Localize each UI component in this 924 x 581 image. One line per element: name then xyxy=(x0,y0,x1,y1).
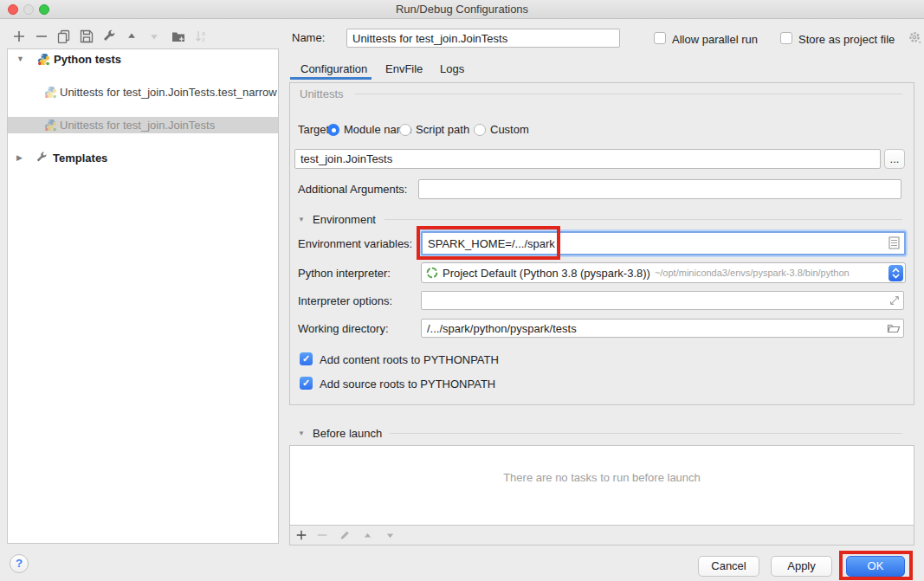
copy-configuration-button[interactable] xyxy=(55,28,73,45)
python-interpreter-label: Python interpreter: xyxy=(298,267,391,280)
module-name-input[interactable] xyxy=(294,149,881,169)
name-input[interactable] xyxy=(346,29,620,48)
environment-variables-label: Environment variables: xyxy=(298,237,412,250)
python-tests-icon xyxy=(37,53,50,68)
plus-icon xyxy=(295,529,307,541)
radio-custom-label: Custom xyxy=(490,123,529,136)
python-test-config-icon xyxy=(44,86,57,100)
tab-envfile[interactable]: EnvFile xyxy=(385,62,423,75)
help-button[interactable]: ? xyxy=(10,554,29,573)
pencil-icon xyxy=(339,529,351,541)
tree-item-jointests-selected[interactable]: Unittests for test_join.JoinTests xyxy=(8,117,278,133)
radio-script-path[interactable] xyxy=(399,124,411,136)
triangle-up-icon xyxy=(126,30,138,42)
copy-icon xyxy=(57,29,71,43)
tree-item-test-narrow[interactable]: Unittests for test_join.JoinTests.test_n… xyxy=(8,84,278,100)
gear-icon[interactable] xyxy=(908,30,923,48)
before-launch-empty-text: There are no tasks to run before launch xyxy=(503,471,701,484)
move-up-button[interactable] xyxy=(123,28,140,45)
interpreter-env-icon xyxy=(426,267,438,279)
tab-logs[interactable]: Logs xyxy=(440,62,464,75)
environment-section-title: Environment xyxy=(313,213,376,226)
triangle-down-icon xyxy=(384,530,396,541)
cancel-button[interactable]: Cancel xyxy=(698,556,759,577)
radio-custom[interactable] xyxy=(474,124,486,136)
additional-arguments-input[interactable] xyxy=(418,179,901,199)
svg-text:z: z xyxy=(202,36,205,42)
sort-az-icon: az xyxy=(194,29,208,43)
before-launch-section-title: Before launch xyxy=(313,427,382,440)
svg-text:a: a xyxy=(202,30,205,36)
templates-wrench-icon xyxy=(36,152,48,166)
minus-icon xyxy=(35,29,48,43)
environment-variables-input[interactable] xyxy=(423,233,904,254)
section-divider xyxy=(390,433,902,434)
add-task-button[interactable] xyxy=(293,526,310,544)
new-folder-button[interactable] xyxy=(170,28,187,45)
interpreter-path: ~/opt/miniconda3/envs/pyspark-3.8/bin/py… xyxy=(655,268,850,278)
tree-item-label: Unittests for test_join.JoinTests.test_n… xyxy=(60,84,277,100)
browse-module-button[interactable]: ... xyxy=(884,149,905,169)
working-directory-input[interactable] xyxy=(421,319,904,338)
tree-item-python-tests[interactable]: ▼ Python tests xyxy=(8,51,278,68)
chevron-right-icon[interactable]: ▶ xyxy=(16,150,23,166)
tree-item-label: Python tests xyxy=(54,51,121,68)
add-configuration-button[interactable] xyxy=(10,28,28,45)
minus-icon xyxy=(316,529,328,541)
apply-button[interactable]: Apply xyxy=(771,556,832,577)
move-task-down-button[interactable] xyxy=(381,526,398,544)
interpreter-options-input[interactable] xyxy=(421,291,904,310)
remove-configuration-button[interactable] xyxy=(33,28,50,45)
remove-task-button[interactable] xyxy=(313,526,331,544)
tab-configuration[interactable]: Configuration xyxy=(300,62,367,75)
section-divider xyxy=(384,219,902,220)
window-title: Run/Debug Configurations xyxy=(0,3,924,16)
save-icon xyxy=(80,29,94,43)
unittests-section-title: Unittests xyxy=(300,87,344,100)
edit-templates-button[interactable] xyxy=(100,28,118,45)
move-down-button[interactable] xyxy=(145,28,163,45)
interpreter-options-label: Interpreter options: xyxy=(298,294,392,307)
collapse-triangle-icon[interactable]: ▼ xyxy=(298,429,305,437)
before-launch-task-list[interactable]: There are no tasks to run before launch xyxy=(289,445,914,526)
collapse-triangle-icon[interactable]: ▼ xyxy=(298,216,305,223)
run-debug-configurations-dialog: Run/Debug Configurations az ▼ Python tes… xyxy=(0,0,924,581)
folder-icon[interactable] xyxy=(887,321,901,335)
wrench-icon xyxy=(102,29,116,43)
edit-task-button[interactable] xyxy=(336,526,353,544)
interpreter-value: Project Default (Python 3.8 (pyspark-3.8… xyxy=(443,267,650,280)
section-divider xyxy=(355,94,902,94)
active-tab-underline xyxy=(290,77,372,80)
add-source-roots-label: Add source roots to PYTHONPATH xyxy=(320,378,495,391)
python-interpreter-select[interactable]: Project Default (Python 3.8 (pyspark-3.8… xyxy=(421,262,906,283)
select-stepper-icon[interactable] xyxy=(888,265,903,281)
edit-variables-list-icon[interactable] xyxy=(888,236,900,249)
tree-item-templates[interactable]: ▶ Templates xyxy=(8,150,278,166)
allow-parallel-run-label: Allow parallel run xyxy=(672,33,758,46)
save-configuration-button[interactable] xyxy=(78,28,95,45)
folder-plus-icon xyxy=(171,29,185,43)
python-test-config-icon xyxy=(44,119,57,133)
environment-variables-field xyxy=(421,231,906,255)
title-bar: Run/Debug Configurations xyxy=(0,0,924,19)
chevron-down-icon[interactable]: ▼ xyxy=(16,51,24,68)
triangle-up-icon xyxy=(362,530,373,541)
store-as-project-file-checkbox[interactable] xyxy=(780,32,792,44)
additional-arguments-label: Additional Arguments: xyxy=(298,183,407,196)
name-label: Name: xyxy=(292,31,325,44)
sort-configurations-button[interactable]: az xyxy=(192,28,210,45)
tree-item-label: Unittests for test_join.JoinTests xyxy=(60,117,215,133)
add-content-roots-checkbox[interactable]: ✓ xyxy=(300,352,313,365)
expand-field-icon[interactable] xyxy=(888,294,901,307)
configurations-tree: ▼ Python tests Unittests for test_join.J… xyxy=(7,48,279,544)
store-as-project-file-label: Store as project file xyxy=(798,33,895,46)
allow-parallel-run-checkbox[interactable] xyxy=(654,32,666,44)
add-content-roots-label: Add content roots to PYTHONPATH xyxy=(320,353,499,366)
move-task-up-button[interactable] xyxy=(359,526,376,544)
add-source-roots-checkbox[interactable]: ✓ xyxy=(300,377,313,390)
plus-icon xyxy=(12,29,26,43)
radio-module-name[interactable] xyxy=(327,124,339,136)
radio-script-path-label: Script path xyxy=(416,123,469,136)
working-directory-label: Working directory: xyxy=(298,322,389,335)
ok-button[interactable]: OK xyxy=(846,556,905,577)
